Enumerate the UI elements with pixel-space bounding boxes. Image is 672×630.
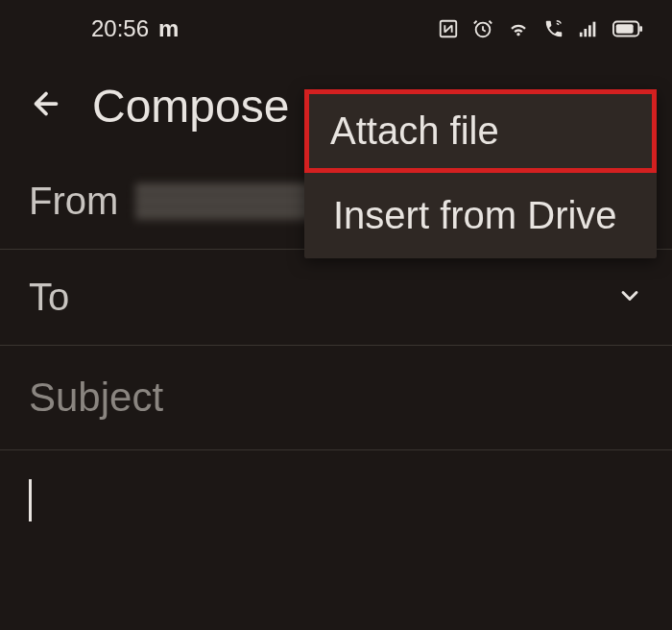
- status-right: [438, 18, 643, 39]
- alarm-icon: [472, 18, 493, 39]
- status-bar: 20:56 m: [0, 0, 672, 58]
- to-label: To: [29, 276, 69, 319]
- status-left: 20:56 m: [91, 15, 179, 42]
- battery-icon: [612, 20, 643, 37]
- status-time: 20:56: [91, 15, 149, 42]
- wifi-calling-icon: [543, 18, 564, 39]
- signal-icon: [578, 18, 599, 39]
- from-email-redacted: [135, 182, 327, 221]
- nfc-icon: [438, 18, 459, 39]
- text-cursor: [29, 479, 32, 521]
- status-app-indicator: m: [158, 15, 179, 42]
- menu-item-attach-file[interactable]: Attach file: [304, 89, 657, 173]
- expand-recipients-button[interactable]: [616, 282, 643, 313]
- svg-rect-8: [639, 26, 642, 32]
- attach-menu: Attach file Insert from Drive: [304, 89, 657, 258]
- body-row[interactable]: [0, 450, 672, 550]
- subject-placeholder: Subject: [29, 375, 163, 421]
- svg-rect-7: [616, 24, 634, 33]
- from-label: From: [29, 180, 118, 223]
- page-title: Compose: [92, 80, 289, 133]
- svg-rect-3: [584, 29, 587, 36]
- back-button[interactable]: [29, 86, 63, 125]
- svg-rect-4: [588, 25, 591, 36]
- menu-item-insert-from-drive[interactable]: Insert from Drive: [304, 173, 657, 258]
- wifi-icon: [507, 18, 530, 39]
- subject-row[interactable]: Subject: [0, 346, 672, 450]
- svg-rect-5: [593, 22, 596, 37]
- to-row[interactable]: To: [0, 250, 672, 346]
- svg-rect-2: [580, 33, 583, 37]
